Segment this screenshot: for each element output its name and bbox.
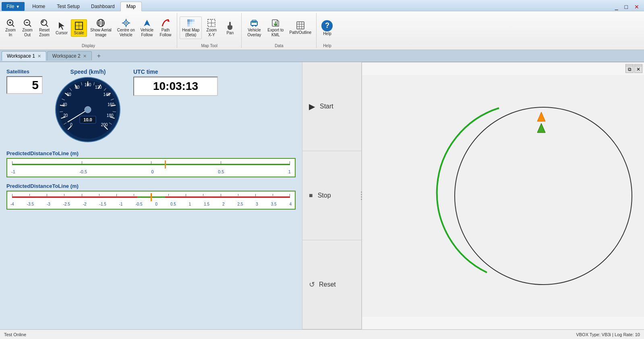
test-setup-tab[interactable]: Test Setup — [51, 2, 85, 11]
svg-text:140: 140 — [104, 92, 110, 97]
scale-icon — [74, 21, 84, 31]
dashboard-tab[interactable]: Dashboard — [85, 2, 120, 11]
svg-line-3 — [12, 25, 14, 27]
heat-map-label: Heat Map(Beta) — [182, 28, 199, 37]
panel2-restore-button[interactable]: ⧉ — [625, 66, 634, 73]
bar1-scale: -1 -0.5 0 0.5 1 — [10, 169, 292, 174]
bar-section-2: PredictedDistanceToLine (m) — [6, 183, 296, 210]
vehicle-overlay-button[interactable]: VehicleOverlay — [244, 17, 264, 39]
stop-section[interactable]: ■ Stop — [302, 151, 361, 240]
zoom-in-label: ZoomIn — [5, 28, 16, 37]
svg-text:200: 200 — [101, 123, 108, 127]
bar2-title: PredictedDistanceToLine (m) — [6, 183, 296, 189]
start-section[interactable]: ▶ Start — [302, 62, 361, 151]
help-label: Help — [323, 31, 331, 36]
export-kml-icon — [271, 18, 280, 28]
centre-on-vehicle-icon — [121, 18, 131, 28]
zoom-xy-label: ZoomX-Y — [207, 28, 217, 37]
workspace-tab-1[interactable]: Workspace 1 ✕ — [2, 51, 46, 61]
reset-icon: ↺ — [309, 280, 315, 289]
display-group-label: Display — [2, 44, 174, 48]
svg-point-83 — [85, 106, 91, 113]
vehicle-follow-button[interactable]: VehicleFollow — [138, 17, 156, 39]
cursor-label: Cursor — [56, 31, 68, 35]
bar2-container: -4 -3.5 -3 -2.5 -2 -1.5 -1 -0.5 0 0.5 1 … — [6, 191, 296, 210]
svg-rect-41 — [272, 20, 277, 26]
svg-rect-86 — [362, 75, 644, 317]
workspace-1-label: Workspace 1 — [7, 53, 35, 59]
utc-label: UTC time — [133, 69, 218, 75]
map-path-svg — [362, 62, 644, 329]
start-icon: ▶ — [309, 102, 315, 111]
zoom-out-button[interactable]: ZoomOut — [19, 17, 35, 39]
path-outline-icon — [296, 21, 305, 30]
reset-zoom-button[interactable]: ResetZoom — [36, 17, 52, 39]
svg-rect-26 — [190, 19, 192, 22]
path-follow-icon — [161, 18, 170, 28]
map-tab[interactable]: Map — [120, 2, 142, 11]
svg-rect-31 — [187, 24, 190, 27]
bar1-title: PredictedDistanceToLine (m) — [6, 150, 296, 156]
ribbon-content: ZoomIn ZoomOut ResetZoom Cursor Scale Sh… — [0, 11, 644, 50]
reset-section[interactable]: ↺ Reset — [302, 240, 361, 329]
zoom-xy-button[interactable]: ZoomX-Y — [203, 17, 220, 39]
svg-text:160: 160 — [108, 102, 114, 107]
reset-zoom-label: ResetZoom — [39, 28, 50, 37]
svg-text:80: 80 — [75, 85, 80, 89]
svg-line-6 — [29, 25, 31, 27]
zoom-out-icon — [23, 18, 32, 28]
svg-marker-22 — [144, 20, 150, 26]
stop-label: Stop — [318, 192, 331, 199]
satellites-instrument: Satellites 5 — [6, 69, 43, 94]
ribbon-group-help: ? Help Help — [319, 13, 337, 48]
ribbon-group-maptool: Heat Map(Beta) ZoomX-Y Pan Map Tool — [180, 13, 242, 48]
svg-text:10.0: 10.0 — [83, 117, 92, 122]
svg-point-17 — [125, 22, 127, 24]
satellites-value: 5 — [6, 76, 43, 94]
maptool-group-label: Map Tool — [180, 44, 239, 48]
vehicle-overlay-icon — [249, 18, 259, 28]
path-follow-label: PathFollow — [160, 28, 172, 37]
svg-text:180: 180 — [107, 113, 114, 118]
vehicle-follow-label: VehicleFollow — [141, 28, 153, 37]
svg-rect-43 — [297, 22, 304, 29]
heat-map-button[interactable]: Heat Map(Beta) — [180, 17, 202, 39]
home-tab[interactable]: Home — [26, 2, 51, 11]
data-group-label: Data — [244, 44, 314, 48]
bar-section-1: PredictedDistanceToLine (m) -1 -0.5 — [6, 150, 296, 177]
help-icon: ? — [325, 21, 329, 30]
workspace-2-close[interactable]: ✕ — [83, 54, 87, 59]
help-button[interactable]: ? Help — [319, 19, 335, 37]
speed-label: Speed (km/h) — [70, 69, 106, 75]
scale-label: Scale — [74, 31, 84, 35]
file-tab[interactable]: File ▼ — [2, 2, 25, 11]
ribbon-tabs-bar: File ▼ Home Test Setup Dashboard Map _ □… — [0, 0, 644, 11]
centre-on-vehicle-button[interactable]: Centre onVehicle — [115, 17, 137, 39]
add-workspace-button[interactable]: + — [93, 51, 105, 61]
ribbon-group-display: ZoomIn ZoomOut ResetZoom Cursor Scale Sh… — [2, 13, 177, 48]
panel2-close-button[interactable]: ✕ — [634, 66, 642, 73]
workspace-1-close[interactable]: ✕ — [37, 54, 41, 59]
speedometer-instrument: Speed (km/h) — [55, 69, 121, 143]
zoom-in-button[interactable]: ZoomIn — [2, 17, 19, 39]
svg-rect-28 — [187, 22, 190, 24]
zoom-xy-icon — [207, 18, 216, 28]
workspace-tabs-bar: Workspace 1 ✕ Workspace 2 ✕ + — [0, 50, 644, 62]
window-minimize[interactable]: _ — [612, 3, 621, 11]
panel-resize-handle[interactable] — [359, 62, 363, 329]
window-close[interactable]: ✕ — [631, 3, 642, 11]
show-aerial-label: Show AerialImage — [90, 28, 112, 37]
workspace-tab-2[interactable]: Workspace 2 ✕ — [47, 51, 92, 60]
export-kml-button[interactable]: Export toKML — [265, 17, 286, 39]
show-aerial-button[interactable]: Show AerialImage — [88, 17, 114, 39]
utc-value: 10:03:13 — [133, 77, 218, 96]
pan-button[interactable]: Pan — [221, 19, 239, 37]
path-outline-button[interactable]: Path/Outline — [287, 19, 314, 37]
svg-rect-29 — [190, 22, 192, 24]
svg-text:120: 120 — [95, 85, 102, 89]
scale-button[interactable]: Scale — [71, 19, 87, 37]
window-maximize[interactable]: □ — [621, 3, 631, 11]
control-panel: ▶ Start ■ Stop ↺ Reset — [302, 62, 362, 329]
cursor-button[interactable]: Cursor — [53, 19, 70, 37]
path-follow-button[interactable]: PathFollow — [157, 17, 174, 39]
